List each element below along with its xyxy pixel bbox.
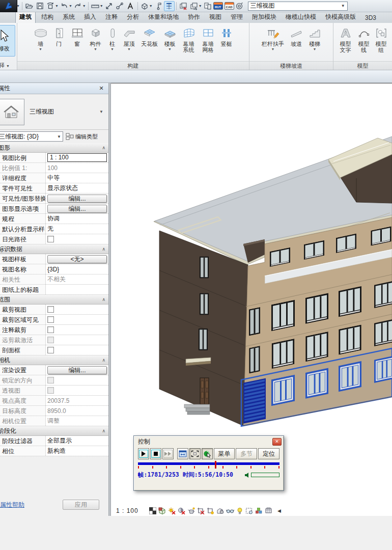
section-collapse-icon[interactable]: ∧ [102, 145, 105, 150]
property-edit-button[interactable]: <无> [47, 255, 107, 263]
ground-window[interactable] [374, 355, 392, 383]
west-window-2[interactable] [200, 293, 209, 315]
synchronize-button[interactable] [45, 1, 56, 11]
window-button[interactable]: 窗 [68, 24, 87, 47]
ground-window[interactable] [339, 361, 361, 392]
ribbon-tab[interactable]: 快模高级版 [322, 12, 359, 23]
play-button[interactable] [138, 448, 149, 459]
recorder-control-dialog[interactable]: 控制 ✕ 菜单 多节 定位 帧:1781/3253 [133, 435, 284, 491]
application-menu-button[interactable] [0, 0, 17, 12]
show-crop-region-button[interactable] [206, 507, 215, 515]
type-selector[interactable]: 三维视图 ▼ [0, 94, 108, 130]
property-value[interactable]: 中等 [47, 174, 60, 182]
ribbon-tab[interactable]: 系统 [59, 12, 78, 23]
front-window[interactable] [305, 332, 328, 362]
default-3d-view-button[interactable] [139, 1, 150, 11]
property-checkbox[interactable] [47, 326, 54, 333]
apply-button[interactable]: 应用 [63, 500, 99, 510]
menu-button[interactable]: 菜单 [214, 448, 235, 459]
measure-button[interactable] [90, 1, 101, 11]
property-edit-button[interactable]: 编辑... [47, 366, 107, 374]
front-window[interactable] [305, 293, 328, 324]
switch-windows-arrow-icon[interactable]: ▼ [199, 4, 202, 8]
property-checkbox[interactable] [47, 306, 54, 313]
property-section-header[interactable]: 阶段化∧ [0, 426, 108, 436]
curtain-grid-button[interactable]: 幕墙网格 [199, 24, 218, 53]
section-collapse-icon[interactable]: ∧ [102, 428, 105, 433]
worksharing-display-button[interactable] [264, 507, 273, 515]
front-window[interactable] [339, 325, 361, 355]
property-value[interactable]: 全部显示 [47, 436, 72, 445]
section-collapse-icon[interactable]: ∧ [102, 358, 105, 363]
front-window[interactable] [374, 319, 392, 346]
undo-arrow-icon[interactable]: ▼ [69, 4, 72, 8]
temporary-view-properties-button[interactable] [244, 507, 254, 515]
railing-button[interactable]: 栏杆扶手▼ [259, 24, 287, 51]
west-window-1[interactable] [200, 257, 209, 279]
front-window[interactable] [374, 281, 392, 308]
progress-bar[interactable] [138, 462, 279, 465]
front-window[interactable] [272, 339, 294, 369]
undo-button[interactable] [59, 1, 70, 11]
property-edit-button[interactable]: 编辑... [47, 195, 107, 203]
front-window-narrow[interactable] [249, 307, 260, 336]
progress-slider[interactable] [138, 461, 279, 470]
property-edit-button[interactable]: 编辑... [47, 205, 107, 213]
temporary-hide-isolate-button[interactable] [225, 507, 235, 515]
section-collapse-icon[interactable]: ∧ [102, 297, 105, 302]
ceiling-button[interactable]: 天花板 [138, 24, 161, 47]
ribbon-tab[interactable]: 附加模块 [248, 12, 280, 23]
panel-label-build[interactable]: 构建 [17, 61, 249, 70]
ground-window[interactable] [305, 368, 328, 399]
entry-steps[interactable] [184, 404, 210, 408]
property-value[interactable]: 新构造 [47, 447, 66, 455]
tag-button[interactable] [115, 1, 125, 11]
locked-3d-view-button[interactable] [215, 507, 225, 515]
property-section-header[interactable]: 标识数据∧ [0, 244, 108, 254]
rut-plugin-button[interactable]: RUT [213, 2, 223, 10]
scroll-left-icon[interactable]: ◀ [277, 508, 281, 513]
model-line-button[interactable]: 模型线 [355, 24, 373, 53]
model-text-button[interactable]: 模型文字 [336, 24, 355, 53]
3d-view-arrow-icon[interactable]: ▼ [149, 4, 153, 8]
shadows-button[interactable] [177, 507, 186, 515]
macro-button[interactable] [234, 1, 245, 11]
edit-type-button[interactable]: 编辑类型 [66, 133, 98, 141]
save-button[interactable] [35, 1, 45, 11]
mullion-button[interactable]: 竖梃 [218, 24, 235, 47]
reveal-hidden-elements-button[interactable] [235, 507, 244, 515]
property-value[interactable]: 无 [47, 225, 53, 233]
close-hidden-windows-button[interactable] [178, 1, 189, 11]
detail-level-button[interactable] [148, 507, 157, 515]
type-selector-arrow-icon[interactable]: ▼ [99, 109, 105, 114]
instance-combo[interactable]: 三维视图: {3D} ▼ [0, 131, 63, 142]
roof-button[interactable]: 屋顶▼ [120, 24, 138, 51]
ribbon-tab[interactable]: 插入 [80, 12, 100, 23]
ribbon-tab[interactable]: 分析 [123, 12, 143, 23]
volume-control[interactable] [244, 472, 279, 478]
property-section-header[interactable]: 范围∧ [0, 295, 108, 305]
thin-lines-button[interactable] [164, 1, 175, 11]
curtain-system-button[interactable]: 幕墙系统 [179, 24, 199, 53]
ribbon-tab[interactable]: 橄榄山快模 [282, 12, 320, 23]
front-window-narrow[interactable] [249, 346, 260, 373]
ribbon-tab[interactable]: 建筑 [15, 12, 36, 23]
property-checkbox[interactable] [47, 236, 54, 242]
ribbon-tab[interactable]: 协作 [184, 12, 204, 23]
fit-window-button[interactable] [177, 448, 188, 459]
property-checkbox[interactable] [47, 316, 54, 323]
open-button[interactable] [24, 1, 35, 11]
displaced-elements-button[interactable] [254, 507, 264, 515]
wall-button[interactable]: 墙▼ [32, 24, 50, 51]
drawing-area[interactable]: 1 : 100 ◀ 控制 ✕ [111, 83, 392, 516]
section-button[interactable] [153, 1, 164, 11]
property-value[interactable]: {3D} [47, 266, 59, 273]
property-section-header[interactable]: 相机∧ [0, 355, 108, 365]
synchronize-arrow-icon[interactable]: ▼ [55, 4, 59, 8]
show-rendering-dialog-button[interactable] [186, 507, 196, 515]
stop-button[interactable] [150, 448, 161, 459]
measure-arrow-icon[interactable]: ▼ [100, 4, 103, 8]
property-value[interactable]: 协调 [47, 214, 60, 223]
sun-path-button[interactable] [167, 507, 177, 515]
component-button[interactable]: 构件▼ [87, 24, 105, 51]
